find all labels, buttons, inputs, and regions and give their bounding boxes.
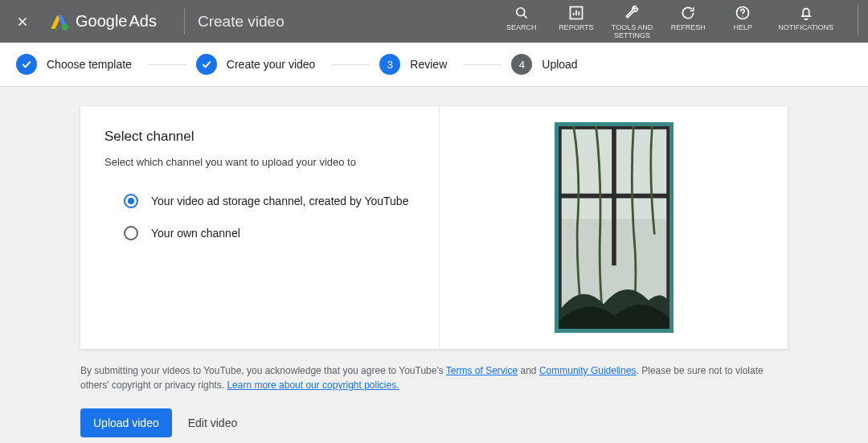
reports-icon [568, 5, 584, 23]
edit-video-button[interactable]: Edit video [188, 416, 237, 429]
checkmark-icon [196, 54, 217, 75]
channel-options-panel: Select channel Select which channel you … [80, 106, 440, 349]
disclaimer-text: By submitting your videos to YouTube, yo… [80, 363, 788, 392]
step-connector [331, 64, 370, 65]
step-review[interactable]: 3 Review [379, 54, 447, 75]
link-terms-of-service[interactable]: Terms of Service [446, 365, 518, 376]
search-action[interactable]: SEARCH [502, 5, 541, 32]
topbar-actions: SEARCH REPORTS TOOLS AND SETTINGS REFRES… [502, 0, 858, 43]
checkmark-icon [16, 54, 37, 75]
top-header: GoogleAds Create video SEARCH REPORTS TO… [0, 0, 868, 43]
upload-video-button[interactable]: Upload video [80, 408, 172, 437]
stepper: Choose template Create your video 3 Revi… [0, 43, 868, 87]
refresh-icon [680, 5, 696, 23]
step-connector [463, 64, 502, 65]
header-divider-right [858, 5, 858, 35]
step-number: 4 [511, 54, 532, 75]
main-area: Select channel Select which channel you … [0, 87, 868, 443]
ads-logo-icon [48, 11, 69, 32]
radio-empty-icon [124, 226, 138, 240]
panel-subtitle: Select which channel you want to upload … [104, 156, 415, 168]
radio-label: Your own channel [151, 227, 240, 240]
bell-icon [798, 5, 814, 23]
link-community-guidelines[interactable]: Community Guidelines [539, 365, 637, 376]
search-icon [514, 5, 530, 23]
svg-point-4 [742, 16, 743, 17]
footer-actions: Upload video Edit video [80, 408, 788, 437]
step-connector [148, 64, 186, 65]
brand-text: GoogleAds [76, 12, 157, 31]
google-ads-logo: GoogleAds [48, 11, 157, 32]
radio-selected-icon [124, 194, 138, 208]
svg-point-0 [61, 23, 68, 31]
svg-point-1 [517, 8, 525, 16]
step-create-video[interactable]: Create your video [196, 54, 316, 75]
radio-storage-channel[interactable]: Your video ad storage channel, created b… [104, 187, 415, 219]
select-channel-card: Select channel Select which channel you … [80, 106, 788, 349]
close-button[interactable] [13, 12, 32, 31]
step-upload[interactable]: 4 Upload [511, 54, 577, 75]
link-copyright-policies[interactable]: Learn more about our copyright policies. [227, 379, 399, 391]
radio-label: Your video ad storage channel, created b… [151, 195, 408, 207]
help-icon [735, 5, 751, 23]
wrench-icon [624, 5, 640, 23]
header-divider [184, 9, 185, 35]
tools-action[interactable]: TOOLS AND SETTINGS [612, 5, 653, 40]
video-preview-panel [440, 106, 788, 349]
refresh-action[interactable]: REFRESH [669, 5, 707, 32]
radio-own-channel[interactable]: Your own channel [104, 219, 415, 252]
step-choose-template[interactable]: Choose template [16, 54, 132, 75]
help-action[interactable]: HELP [723, 5, 762, 32]
reports-action[interactable]: REPORTS [557, 5, 596, 32]
close-icon [15, 14, 30, 29]
notifications-action[interactable]: NOTIFICATIONS [778, 5, 833, 32]
video-thumbnail[interactable] [555, 122, 674, 333]
step-number: 3 [379, 54, 400, 75]
page-title: Create video [198, 13, 285, 31]
panel-title: Select channel [104, 129, 415, 145]
